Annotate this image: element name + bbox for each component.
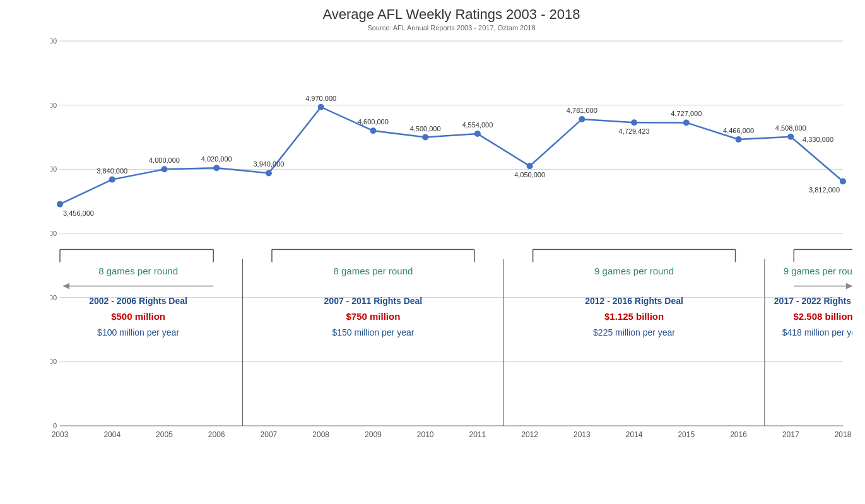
svg-text:$418 million per year: $418 million per year bbox=[782, 327, 852, 337]
svg-text:3,812,000: 3,812,000 bbox=[809, 186, 840, 194]
svg-point-80 bbox=[422, 134, 428, 141]
svg-text:3,456,000: 3,456,000 bbox=[63, 209, 94, 217]
main-chart-svg: 6,000,0005,000,0004,000,0003,000,0002,00… bbox=[50, 35, 852, 464]
svg-point-88 bbox=[631, 119, 637, 126]
svg-text:2006: 2006 bbox=[208, 430, 225, 439]
svg-text:4,600,000: 4,600,000 bbox=[358, 118, 389, 126]
svg-text:$2.508 billion: $2.508 billion bbox=[794, 311, 852, 322]
svg-point-70 bbox=[161, 166, 167, 172]
svg-text:2,000,000: 2,000,000 bbox=[50, 294, 57, 302]
svg-text:3,000,000: 3,000,000 bbox=[50, 230, 57, 237]
svg-marker-51 bbox=[63, 283, 69, 289]
svg-text:4,500,000: 4,500,000 bbox=[410, 125, 441, 132]
svg-point-76 bbox=[318, 104, 324, 110]
svg-text:3,940,000: 3,940,000 bbox=[253, 160, 284, 168]
chart-title: Average AFL Weekly Ratings 2003 - 2018 bbox=[50, 6, 852, 23]
svg-text:4,020,000: 4,020,000 bbox=[201, 155, 232, 163]
svg-text:2002 - 2006 Rights Deal: 2002 - 2006 Rights Deal bbox=[89, 296, 187, 306]
svg-text:2012 - 2016 Rights Deal: 2012 - 2016 Rights Deal bbox=[585, 296, 683, 306]
svg-text:0: 0 bbox=[53, 422, 57, 430]
svg-text:2015: 2015 bbox=[678, 430, 695, 439]
svg-point-68 bbox=[109, 177, 115, 183]
svg-point-78 bbox=[370, 127, 376, 134]
svg-point-84 bbox=[527, 163, 533, 169]
svg-point-94 bbox=[787, 134, 794, 140]
svg-text:2011: 2011 bbox=[469, 430, 486, 439]
svg-text:1,000,000: 1,000,000 bbox=[50, 358, 57, 365]
svg-text:4,729,423: 4,729,423 bbox=[619, 127, 650, 135]
svg-text:4,554,000: 4,554,000 bbox=[462, 121, 493, 129]
svg-text:2003: 2003 bbox=[52, 430, 69, 439]
svg-point-96 bbox=[840, 178, 846, 184]
svg-text:2016: 2016 bbox=[730, 430, 747, 439]
svg-text:2008: 2008 bbox=[312, 430, 329, 439]
svg-text:5,000,000: 5,000,000 bbox=[50, 102, 57, 109]
svg-text:4,781,000: 4,781,000 bbox=[567, 107, 597, 114]
svg-text:4,970,000: 4,970,000 bbox=[305, 95, 336, 102]
svg-text:2014: 2014 bbox=[626, 430, 643, 439]
svg-text:4,050,000: 4,050,000 bbox=[514, 171, 545, 179]
svg-marker-53 bbox=[846, 283, 852, 289]
svg-text:$750 million: $750 million bbox=[346, 311, 400, 322]
svg-text:2005: 2005 bbox=[156, 430, 173, 439]
svg-text:3,840,000: 3,840,000 bbox=[97, 167, 127, 175]
chart-area: 6,000,0005,000,0004,000,0003,000,0002,00… bbox=[50, 35, 852, 464]
svg-text:2013: 2013 bbox=[574, 430, 591, 439]
svg-text:$500 million: $500 million bbox=[111, 311, 165, 322]
svg-text:$1.125 billion: $1.125 billion bbox=[604, 311, 664, 322]
svg-text:4,000,000: 4,000,000 bbox=[50, 165, 57, 173]
svg-point-86 bbox=[579, 116, 585, 122]
svg-text:4,466,000: 4,466,000 bbox=[723, 127, 754, 134]
svg-text:9 games per round: 9 games per round bbox=[594, 266, 674, 276]
chart-subtitle: Source: AFL Annual Reports 2003 - 2017, … bbox=[50, 24, 852, 32]
chart-container: Average AFL Weekly Ratings 2003 - 2018 S… bbox=[0, 0, 865, 504]
svg-text:2012: 2012 bbox=[521, 430, 538, 439]
svg-text:2007 - 2011 Rights Deal: 2007 - 2011 Rights Deal bbox=[324, 296, 423, 306]
svg-point-74 bbox=[266, 170, 272, 176]
svg-text:2018: 2018 bbox=[835, 430, 852, 439]
svg-text:9 games per round: 9 games per round bbox=[784, 266, 852, 276]
svg-text:2004: 2004 bbox=[103, 430, 121, 439]
svg-text:4,727,000: 4,727,000 bbox=[671, 110, 702, 117]
svg-text:$100 million per year: $100 million per year bbox=[97, 327, 179, 337]
svg-point-66 bbox=[57, 201, 63, 208]
svg-text:2007: 2007 bbox=[261, 430, 278, 439]
svg-text:2017 - 2022 Rights Deal: 2017 - 2022 Rights Deal bbox=[774, 296, 852, 306]
svg-text:4,330,000: 4,330,000 bbox=[803, 136, 833, 143]
svg-text:4,000,000: 4,000,000 bbox=[149, 156, 180, 164]
svg-text:2017: 2017 bbox=[782, 430, 799, 439]
svg-text:4,508,000: 4,508,000 bbox=[775, 124, 806, 132]
svg-point-92 bbox=[736, 136, 742, 143]
svg-text:$225 million per year: $225 million per year bbox=[593, 327, 675, 337]
svg-text:8 games per round: 8 games per round bbox=[98, 266, 178, 276]
svg-text:2010: 2010 bbox=[417, 430, 434, 439]
svg-point-90 bbox=[683, 119, 690, 126]
svg-text:6,000,000: 6,000,000 bbox=[50, 37, 57, 45]
svg-point-72 bbox=[213, 165, 220, 171]
svg-text:2009: 2009 bbox=[365, 430, 382, 439]
svg-point-82 bbox=[474, 131, 481, 137]
svg-text:8 games per round: 8 games per round bbox=[333, 266, 413, 276]
svg-text:$150 million per year: $150 million per year bbox=[332, 327, 414, 337]
